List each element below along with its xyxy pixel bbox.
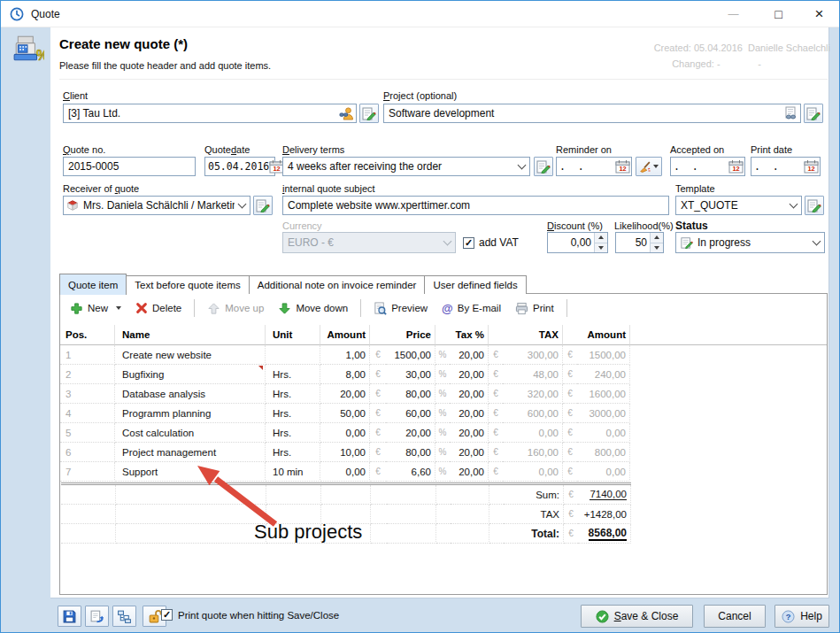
- status-combo[interactable]: In progress: [675, 232, 825, 253]
- spin-up-icon[interactable]: [651, 233, 663, 243]
- delivery-terms-combo[interactable]: 4 weeks after receiving the order: [282, 157, 530, 176]
- client-input[interactable]: [63, 104, 357, 123]
- currency-combo: EURO - €: [282, 232, 456, 253]
- minimize-button[interactable]: —: [713, 1, 753, 27]
- col-header-amount: Amount: [320, 325, 370, 345]
- move-up-button[interactable]: Move up: [202, 300, 269, 317]
- add-vat-checkbox[interactable]: ✓ add VAT: [463, 236, 519, 249]
- copy-quote-button[interactable]: [85, 606, 109, 627]
- sum-label: Sum:: [504, 485, 564, 505]
- svg-text:12: 12: [807, 165, 814, 173]
- print-on-save-checkbox[interactable]: ✓ Print quote when hitting Save/Close: [161, 609, 339, 621]
- calendar-icon[interactable]: 12: [615, 159, 630, 174]
- at-sign-icon: @: [442, 302, 453, 315]
- chevron-down-icon: [443, 237, 452, 246]
- changed-info: Changed: - -: [672, 58, 761, 69]
- items-toolbar: New Delete Move up Move down Preview @ B…: [65, 297, 571, 320]
- close-icon: ×: [815, 5, 824, 23]
- project-lookup-icon[interactable]: [783, 106, 798, 120]
- contact-cube-icon: [66, 199, 79, 212]
- notepad-pencil-icon: [807, 198, 821, 212]
- discount-spinner[interactable]: 0,00: [547, 232, 608, 253]
- checkbox-check-icon: ✓: [463, 237, 474, 249]
- close-button[interactable]: ×: [799, 1, 839, 27]
- currency-label: Currency: [282, 220, 322, 231]
- calendar-icon[interactable]: 12: [728, 159, 744, 174]
- save-close-button[interactable]: Save & Close: [581, 605, 693, 628]
- tab-user-defined[interactable]: User defined fields: [424, 275, 526, 294]
- client-label: Client: [63, 90, 88, 101]
- col-header-spacer: [435, 325, 450, 345]
- reminder-on-input[interactable]: . . 12: [556, 157, 632, 176]
- subject-input[interactable]: [282, 196, 669, 215]
- chevron-down-icon: [518, 161, 527, 170]
- print-button[interactable]: Print: [510, 300, 559, 317]
- quote-no-input[interactable]: [63, 157, 196, 176]
- edit-receiver-button[interactable]: [253, 196, 273, 215]
- col-header-pos: Pos.: [60, 325, 115, 345]
- cancel-button[interactable]: Cancel: [704, 605, 766, 628]
- tab-text-before[interactable]: Text before quote items: [126, 275, 250, 294]
- template-combo[interactable]: XT_QUOTE: [675, 196, 802, 215]
- project-input[interactable]: [383, 104, 801, 123]
- grand-total-value: 8568,00: [578, 524, 631, 544]
- notepad-pencil-icon: [256, 198, 270, 212]
- reminder-on-label: Reminder on: [556, 144, 612, 155]
- client-lookup-icon[interactable]: [339, 106, 353, 120]
- template-label: Template: [675, 183, 715, 194]
- tab-bar: Quote item Text before quote items Addit…: [59, 273, 526, 294]
- tab-additional-note[interactable]: Additional note on invoice reminder: [249, 275, 426, 294]
- plus-icon: [70, 302, 83, 315]
- edit-delivery-terms-button[interactable]: [534, 157, 553, 176]
- spin-up-icon[interactable]: [595, 233, 607, 243]
- note-marker-icon: [258, 366, 263, 370]
- spin-down-icon[interactable]: [651, 243, 663, 253]
- calendar-icon[interactable]: 12: [804, 159, 819, 174]
- header-divider: [59, 79, 828, 80]
- edit-client-button[interactable]: [359, 104, 379, 123]
- svg-text:?: ?: [786, 612, 791, 621]
- delete-item-button[interactable]: Delete: [130, 300, 187, 316]
- chevron-down-icon[interactable]: [116, 306, 121, 310]
- print-on-save-label: Print quote when hitting Save/Close: [178, 610, 339, 621]
- edit-project-button[interactable]: [804, 104, 823, 123]
- notepad-pencil-icon: [536, 159, 551, 174]
- tab-quote-item[interactable]: Quote item: [59, 274, 127, 295]
- print-date-input[interactable]: . . 12: [751, 157, 821, 176]
- receiver-label: Receiver of quote: [63, 183, 139, 194]
- accepted-on-input[interactable]: . . 12: [670, 157, 745, 176]
- help-button[interactable]: ? Help: [774, 605, 829, 628]
- accepted-on-label: Accepted on: [670, 144, 724, 155]
- new-item-button[interactable]: New: [65, 300, 127, 317]
- save-quote-button[interactable]: [58, 606, 81, 627]
- quote-items-table: Pos. Name Unit Amount Price Tax % TAX Am…: [60, 325, 827, 482]
- hierarchy-view-button[interactable]: [112, 606, 136, 627]
- spin-down-icon[interactable]: [595, 243, 607, 253]
- edit-template-button[interactable]: [805, 196, 824, 215]
- col-header-tax: TAX: [503, 325, 563, 345]
- maximize-button[interactable]: □: [759, 1, 798, 27]
- discount-label: Discount (%): [547, 220, 603, 231]
- preview-button[interactable]: Preview: [368, 300, 433, 317]
- col-header-name: Name: [115, 325, 266, 345]
- col-header-taxpct: Tax %: [450, 325, 489, 345]
- app-icon: [10, 7, 24, 21]
- svg-text:12: 12: [732, 165, 739, 173]
- open-padlock-icon: [147, 609, 162, 624]
- svg-text:%: %: [36, 48, 44, 63]
- clear-reminder-button[interactable]: [636, 157, 662, 176]
- quote-date-input[interactable]: 05.04.2016 12: [204, 157, 275, 176]
- floppy-disk-icon: [62, 609, 77, 624]
- svg-text:12: 12: [274, 165, 281, 173]
- arrow-down-icon: [278, 302, 291, 315]
- printer-icon: [515, 302, 528, 315]
- tax-total-label: TAX: [504, 505, 564, 524]
- created-info: Created: 05.04.2016 Danielle Schaelchli: [654, 42, 830, 53]
- checkbox-check-icon: ✓: [161, 609, 173, 621]
- green-check-icon: [596, 610, 609, 623]
- by-email-button[interactable]: @ By E-mail: [436, 300, 506, 317]
- likelihood-spinner[interactable]: 50: [615, 232, 664, 253]
- move-down-button[interactable]: Move down: [273, 300, 353, 317]
- receiver-combo[interactable]: Mrs. Daniela Schälchli / Marketing (: [63, 196, 250, 215]
- quote-window: Quote — □ × % Create new quote (*) Pleas…: [0, 0, 840, 633]
